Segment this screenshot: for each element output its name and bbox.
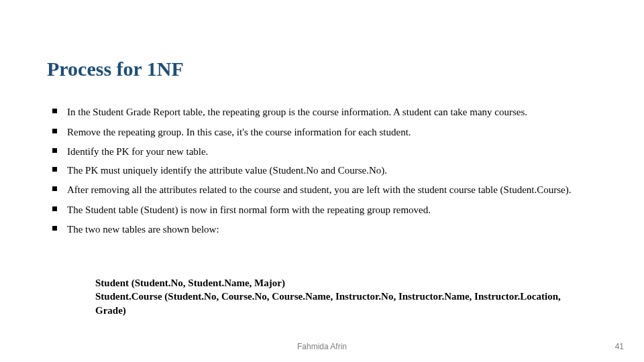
list-item-text: The PK must uniquely identify the attrib…: [67, 165, 387, 176]
list-item: In the Student Grade Report table, the r…: [52, 106, 594, 119]
square-bullet-icon: [52, 129, 57, 133]
list-item-text: The two new tables are shown below:: [67, 224, 219, 235]
slide: Process for 1NF In the Student Grade Rep…: [0, 0, 644, 362]
slide-body: In the Student Grade Report table, the r…: [52, 106, 594, 243]
list-item-text: After removing all the attributes relate…: [67, 184, 571, 195]
list-item: After removing all the attributes relate…: [52, 184, 594, 197]
schema-line: Student (Student.No, Student.Name, Major…: [95, 276, 592, 290]
square-bullet-icon: [52, 226, 57, 231]
list-item: Identify the PK for your new table.: [52, 145, 594, 159]
list-item-text: In the Student Grade Report table, the r…: [67, 107, 527, 117]
bullet-list: In the Student Grade Report table, the r…: [52, 106, 594, 237]
footer-page-number: 41: [615, 342, 624, 351]
square-bullet-icon: [52, 206, 57, 211]
square-bullet-icon: [52, 186, 57, 191]
slide-title: Process for 1NF: [47, 58, 184, 80]
list-item-text: Identify the PK for your new table.: [67, 146, 208, 157]
schema-line: Student.Course (Student.No, Course.No, C…: [95, 290, 592, 317]
square-bullet-icon: [52, 167, 57, 172]
list-item: The PK must uniquely identify the attrib…: [52, 164, 594, 178]
list-item: The two new tables are shown below:: [52, 223, 594, 237]
square-bullet-icon: [52, 109, 57, 113]
list-item-text: Remove the repeating group. In this case…: [67, 127, 411, 137]
footer-author: Fahmida Afrin: [0, 342, 644, 351]
schema-definitions: Student (Student.No, Student.Name, Major…: [95, 276, 592, 317]
list-item: Remove the repeating group. In this case…: [52, 126, 594, 139]
list-item-text: The Student table (Student) is now in fi…: [67, 204, 431, 215]
list-item: The Student table (Student) is now in fi…: [52, 204, 594, 217]
square-bullet-icon: [52, 148, 57, 153]
